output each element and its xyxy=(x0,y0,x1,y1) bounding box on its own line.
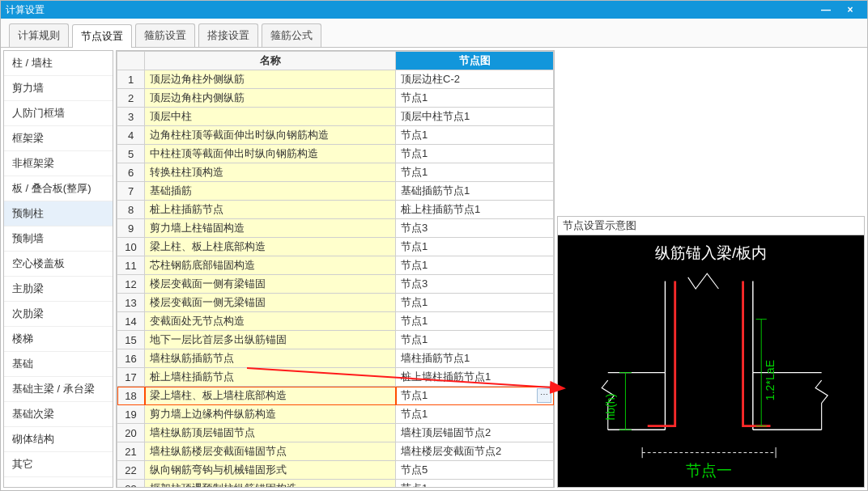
row-name-cell[interactable]: 芯柱钢筋底部锚固构造 xyxy=(145,256,396,275)
row-value-cell[interactable]: 桩上柱插筋节点1 xyxy=(396,201,554,219)
table-row[interactable]: 12楼层变截面一侧有梁锚固节点3 xyxy=(117,275,554,294)
row-value-cell[interactable]: 节点1 xyxy=(396,312,554,331)
category-item[interactable]: 基础次梁 xyxy=(4,402,113,427)
row-value-cell[interactable]: 节点3 xyxy=(396,219,554,238)
category-item[interactable]: 基础主梁 / 承台梁 xyxy=(4,377,113,402)
table-row[interactable]: 23框架柱顶遇预制柱纵筋锚固构造节点1 xyxy=(117,480,554,489)
table-row[interactable]: 6转换柱柱顶构造节点1 xyxy=(117,163,554,182)
table-row[interactable]: 9剪力墙上柱锚固构造节点3 xyxy=(117,219,554,238)
open-node-picker-button[interactable]: ⋯ xyxy=(537,388,551,403)
row-name-cell[interactable]: 顶层边角柱外侧纵筋 xyxy=(145,70,396,89)
row-name-cell[interactable]: 边角柱柱顶等截面伸出时纵向钢筋构造 xyxy=(145,126,396,145)
settings-table: 名称 节点图 1顶层边角柱外侧纵筋顶层边柱C-22顶层边角柱内侧纵筋节点13顶层… xyxy=(116,50,555,488)
tab-2[interactable]: 箍筋设置 xyxy=(135,23,195,47)
row-value-cell[interactable]: 节点1 xyxy=(396,126,554,145)
col-header-no xyxy=(117,52,145,70)
table-row[interactable]: 5中柱柱顶等截面伸出时纵向钢筋构造节点1 xyxy=(117,145,554,163)
row-value-cell[interactable]: 节点1 xyxy=(396,238,554,256)
tab-1[interactable]: 节点设置 xyxy=(72,24,132,48)
row-number: 9 xyxy=(117,219,145,238)
row-name-cell[interactable]: 基础插筋 xyxy=(145,182,396,201)
row-number: 11 xyxy=(117,256,145,275)
row-name-cell[interactable]: 梁上墙柱、板上墙柱底部构造 xyxy=(145,387,396,405)
row-name-cell[interactable]: 墙柱纵筋楼层变截面锚固节点 xyxy=(145,442,396,461)
table-row[interactable]: 22纵向钢筋弯钩与机械锚固形式节点5 xyxy=(117,461,554,480)
row-name-cell[interactable]: 剪力墙上边缘构件纵筋构造 xyxy=(145,405,396,424)
row-value-cell[interactable]: 节点5 xyxy=(396,461,554,480)
row-name-cell[interactable]: 变截面处无节点构造 xyxy=(145,312,396,331)
table-row[interactable]: 11芯柱钢筋底部锚固构造节点1 xyxy=(117,256,554,275)
row-value-cell[interactable]: 顶层中柱节点1 xyxy=(396,108,554,126)
row-name-cell[interactable]: 剪力墙上柱锚固构造 xyxy=(145,219,396,238)
row-value-cell[interactable]: 节点1⋯ xyxy=(396,387,554,405)
row-name-cell[interactable]: 框架柱顶遇预制柱纵筋锚固构造 xyxy=(145,480,396,489)
row-name-cell[interactable]: 中柱柱顶等截面伸出时纵向钢筋构造 xyxy=(145,145,396,163)
table-row[interactable]: 16墙柱纵筋插筋节点墙柱插筋节点1 xyxy=(117,349,554,368)
table-row[interactable]: 18梁上墙柱、板上墙柱底部构造节点1⋯ xyxy=(117,387,554,405)
minimize-button[interactable]: — xyxy=(814,4,838,15)
category-item[interactable]: 基础 xyxy=(4,352,113,377)
row-name-cell[interactable]: 转换柱柱顶构造 xyxy=(145,163,396,182)
category-item[interactable]: 柱 / 墙柱 xyxy=(4,51,113,76)
table-row[interactable]: 4边角柱柱顶等截面伸出时纵向钢筋构造节点1 xyxy=(117,126,554,145)
row-name-cell[interactable]: 地下一层比首层多出纵筋锚固 xyxy=(145,331,396,349)
row-name-cell[interactable]: 顶层中柱 xyxy=(145,108,396,126)
row-value-cell[interactable]: 顶层边柱C-2 xyxy=(396,70,554,89)
category-item[interactable]: 人防门框墙 xyxy=(4,101,113,126)
close-button[interactable]: × xyxy=(838,4,862,15)
category-item[interactable]: 预制柱 xyxy=(4,201,113,226)
table-row[interactable]: 15地下一层比首层多出纵筋锚固节点1 xyxy=(117,331,554,349)
row-value-cell[interactable]: 墙柱楼层变截面节点2 xyxy=(396,442,554,461)
table-row[interactable]: 3顶层中柱顶层中柱节点1 xyxy=(117,108,554,126)
row-value-cell[interactable]: 基础插筋节点1 xyxy=(396,182,554,201)
tab-3[interactable]: 搭接设置 xyxy=(198,23,258,47)
row-name-cell[interactable]: 梁上柱、板上柱底部构造 xyxy=(145,238,396,256)
row-name-cell[interactable]: 顶层边角柱内侧纵筋 xyxy=(145,89,396,108)
category-item[interactable]: 预制墙 xyxy=(4,226,113,252)
table-row[interactable]: 8桩上柱插筋节点桩上柱插筋节点1 xyxy=(117,201,554,219)
row-name-cell[interactable]: 墙柱纵筋顶层锚固节点 xyxy=(145,424,396,442)
main-area: 柱 / 墙柱剪力墙人防门框墙框架梁非框架梁板 / 叠合板(整厚)预制柱预制墙空心… xyxy=(1,48,867,490)
category-item[interactable]: 其它 xyxy=(4,452,113,477)
row-value-cell[interactable]: 节点1 xyxy=(396,163,554,182)
table-row[interactable]: 19剪力墙上边缘构件纵筋构造节点1 xyxy=(117,405,554,424)
category-item[interactable]: 板 / 叠合板(整厚) xyxy=(4,176,113,201)
table-row[interactable]: 13楼层变截面一侧无梁锚固节点1 xyxy=(117,294,554,312)
row-value-cell[interactable]: 节点1 xyxy=(396,405,554,424)
category-item[interactable]: 砌体结构 xyxy=(4,427,113,452)
table-row[interactable]: 2顶层边角柱内侧纵筋节点1 xyxy=(117,89,554,108)
row-value-cell[interactable]: 节点1 xyxy=(396,294,554,312)
category-item[interactable]: 主肋梁 xyxy=(4,277,113,302)
category-item[interactable]: 楼梯 xyxy=(4,327,113,352)
row-name-cell[interactable]: 纵向钢筋弯钩与机械锚固形式 xyxy=(145,461,396,480)
row-value-cell[interactable]: 节点1 xyxy=(396,480,554,489)
tab-0[interactable]: 计算规则 xyxy=(9,23,69,47)
top-tabbar: 计算规则节点设置箍筋设置搭接设置箍筋公式 xyxy=(1,19,867,48)
row-value-cell[interactable]: 节点1 xyxy=(396,331,554,349)
table-row[interactable]: 20墙柱纵筋顶层锚固节点墙柱顶层锚固节点2 xyxy=(117,424,554,442)
category-item[interactable]: 非框架梁 xyxy=(4,151,113,176)
row-value-cell[interactable]: 节点1 xyxy=(396,89,554,108)
row-value-cell[interactable]: 墙柱插筋节点1 xyxy=(396,349,554,368)
table-row[interactable]: 10梁上柱、板上柱底部构造节点1 xyxy=(117,238,554,256)
table-row[interactable]: 21墙柱纵筋楼层变截面锚固节点墙柱楼层变截面节点2 xyxy=(117,442,554,461)
category-item[interactable]: 空心楼盖板 xyxy=(4,252,113,277)
category-item[interactable]: 框架梁 xyxy=(4,126,113,151)
table-row[interactable]: 1顶层边角柱外侧纵筋顶层边柱C-2 xyxy=(117,70,554,89)
row-value-cell[interactable]: 墙柱顶层锚固节点2 xyxy=(396,424,554,442)
table-row[interactable]: 7基础插筋基础插筋节点1 xyxy=(117,182,554,201)
category-item[interactable]: 次肋梁 xyxy=(4,302,113,327)
row-value-cell[interactable]: 节点1 xyxy=(396,256,554,275)
row-name-cell[interactable]: 墙柱纵筋插筋节点 xyxy=(145,349,396,368)
table-row[interactable]: 17桩上墙柱插筋节点桩上墙柱插筋节点1 xyxy=(117,368,554,387)
row-value-cell[interactable]: 桩上墙柱插筋节点1 xyxy=(396,368,554,387)
row-name-cell[interactable]: 桩上墙柱插筋节点 xyxy=(145,368,396,387)
category-item[interactable]: 剪力墙 xyxy=(4,76,113,101)
row-value-cell[interactable]: 节点3 xyxy=(396,275,554,294)
tab-4[interactable]: 箍筋公式 xyxy=(262,23,321,47)
row-value-cell[interactable]: 节点1 xyxy=(396,145,554,163)
row-name-cell[interactable]: 桩上柱插筋节点 xyxy=(145,201,396,219)
row-name-cell[interactable]: 楼层变截面一侧有梁锚固 xyxy=(145,275,396,294)
row-name-cell[interactable]: 楼层变截面一侧无梁锚固 xyxy=(145,294,396,312)
table-row[interactable]: 14变截面处无节点构造节点1 xyxy=(117,312,554,331)
